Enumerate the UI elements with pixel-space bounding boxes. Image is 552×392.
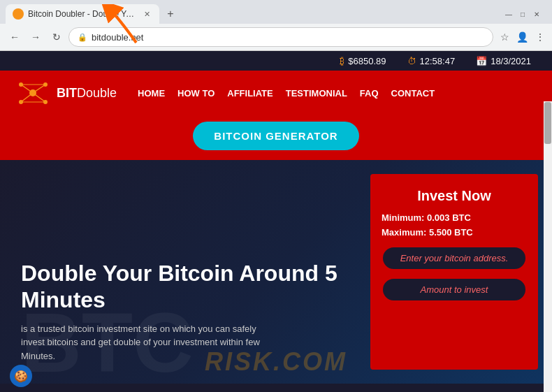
btc-price: $6850.89 [348,56,386,66]
date-display: 18/3/2021 [491,56,531,66]
nav-how-to[interactable]: HOW TO [177,88,215,99]
toolbar-right: ☆ 👤 ⋮ [499,30,546,44]
nav-home[interactable]: HOME [138,88,165,99]
main-nav: HOME HOW TO AFFILIATE TESTIMONIAL FAQ CO… [138,88,435,99]
cookie-badge[interactable]: 🍪 [10,365,32,387]
top-bar: ₿ $6850.89 ⏱ 12:58:47 📅 18/3/2021 [0,51,552,71]
hero-section: Double Your Bitcoin Around 5 Minutes is … [0,160,552,384]
calendar-icon: 📅 [476,56,487,66]
nav-testimonial[interactable]: TESTIMONIAL [286,88,347,99]
window-controls: — □ ✕ [504,10,546,18]
logo-text: BITDouble [57,86,117,101]
svg-line-8 [33,93,45,102]
minimize-button[interactable]: — [504,10,513,18]
restore-button[interactable]: □ [518,10,527,18]
account-button[interactable]: 👤 [515,30,530,44]
time-item: ⏱ 12:58:47 [407,56,456,66]
cookie-icon: 🍪 [14,370,28,383]
invest-box: Invest Now Minimum: 0.003 BTC Maximum: 5… [370,174,538,370]
svg-line-6 [33,85,45,93]
menu-button[interactable]: ⋮ [534,30,546,44]
logo: BITDouble [14,78,117,109]
nav-affiliate[interactable]: AFFILIATE [227,88,273,99]
website-content: ₿ $6850.89 ⏱ 12:58:47 📅 18/3/2021 [0,51,552,392]
lock-icon: 🔒 [78,33,87,42]
svg-line-5 [21,85,33,93]
reload-button[interactable]: ↻ [48,28,66,46]
tab-bar: Bitcoin Doubler - Double Your B... ✕ + —… [0,0,552,24]
tab-favicon [13,8,24,20]
forward-button[interactable]: → [27,28,45,46]
url-text: bitdouble.net [92,32,484,43]
logo-graphic [14,78,52,109]
invest-minimum: Minimum: 0.003 BTC [382,212,527,223]
hero-title: Double Your Bitcoin Around 5 Minutes [21,260,349,314]
bitcoin-generator-button[interactable]: BITCOIN GENERATOR [193,122,358,150]
logo-double: Double [77,86,117,100]
svg-line-7 [21,93,33,102]
bitcoin-icon: ₿ [340,55,344,66]
arrow-annotation [98,4,147,49]
logo-bit: BIT [57,86,77,100]
browser-chrome: Bitcoin Doubler - Double Your B... ✕ + —… [0,0,552,51]
time-display: 12:58:47 [420,56,456,66]
new-tab-button[interactable]: + [162,6,179,22]
back-button[interactable]: ← [6,28,24,46]
site-header: BITDouble HOME HOW TO AFFILIATE TESTIMON… [0,71,552,116]
bitcoin-address-input[interactable]: Enter your bitcoin address. [382,246,527,270]
cta-button-row: BITCOIN GENERATOR [0,116,552,160]
address-bar-row: ← → ↻ 🔒 bitdouble.net ☆ 👤 ⋮ [0,24,552,50]
bookmark-button[interactable]: ☆ [499,30,511,44]
btc-price-item: ₿ $6850.89 [340,55,386,66]
scrollbar[interactable] [544,101,552,392]
date-item: 📅 18/3/2021 [476,56,531,66]
scrollbar-thumb[interactable] [544,102,551,144]
watermark: RISK.COM [205,347,347,377]
invest-title: Invest Now [382,188,527,204]
amount-input[interactable]: Amount to invest [382,277,527,302]
nav-contact[interactable]: CONTACT [391,88,435,99]
close-button[interactable]: ✕ [532,10,541,18]
clock-icon: ⏱ [407,56,416,66]
invest-maximum: Maximum: 5.500 BTC [382,227,527,238]
nav-faq[interactable]: FAQ [360,88,379,99]
